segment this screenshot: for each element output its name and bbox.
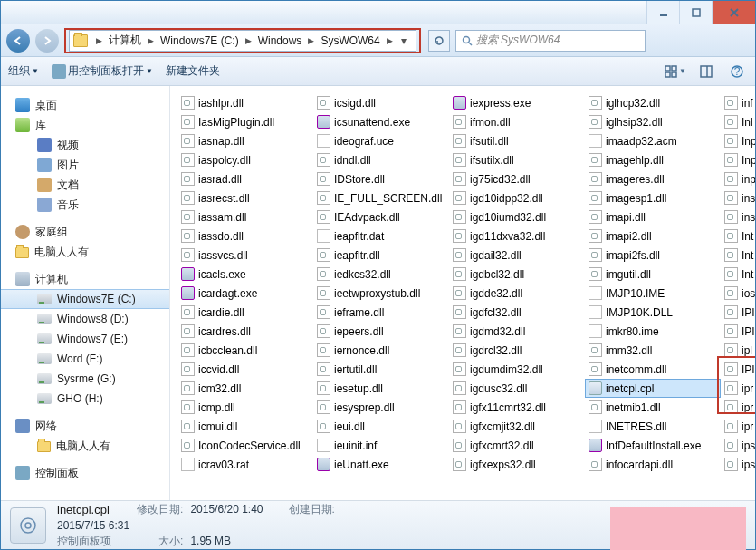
tree-item[interactable]: 视频	[1, 135, 169, 155]
file-item[interactable]: imagehlp.dll	[585, 150, 721, 169]
file-item[interactable]: iassdo.dll	[177, 227, 313, 246]
file-item[interactable]: inetcomm.dll	[585, 360, 721, 379]
file-item[interactable]: iernonce.dll	[313, 341, 449, 360]
tree-item[interactable]: 计算机	[1, 269, 169, 289]
file-item[interactable]: imageres.dll	[585, 169, 721, 188]
tree-item[interactable]: GHO (H:)	[1, 389, 169, 409]
file-item[interactable]: icmui.dll	[177, 417, 313, 436]
file-item[interactable]: iasnap.dll	[177, 131, 313, 150]
file-item[interactable]: ios	[721, 284, 755, 303]
help-button[interactable]: ?	[726, 62, 748, 82]
file-item[interactable]: icardagt.exe	[177, 284, 313, 303]
file-item[interactable]: IPI	[721, 322, 755, 341]
tree-item[interactable]: Windows8 (D:)	[1, 309, 169, 329]
file-item[interactable]: Inp	[721, 131, 755, 150]
tree-item[interactable]: 网络	[1, 416, 169, 436]
file-list[interactable]: iashlpr.dllicsigd.dlliexpress.exeiglhcp3…	[170, 86, 755, 500]
file-item[interactable]: imagesp1.dll	[585, 188, 721, 207]
file-item[interactable]: ieapfltr.dat	[313, 227, 449, 246]
file-item[interactable]: icardres.dll	[177, 322, 313, 341]
chevron-icon[interactable]: ▶	[93, 36, 105, 45]
file-item[interactable]: infocardapi.dll	[585, 455, 721, 474]
file-item[interactable]: icrav03.rat	[177, 455, 313, 474]
file-item[interactable]: icardie.dll	[177, 303, 313, 322]
tree-item[interactable]: 图片	[1, 155, 169, 175]
file-item[interactable]: igd11dxva32.dll	[449, 227, 585, 246]
navigation-pane[interactable]: 桌面库视频图片文档音乐家庭组电脑人人有计算机Windows7E (C:)Wind…	[1, 86, 170, 500]
organize-menu[interactable]: 组织 ▼	[8, 63, 39, 79]
forward-button[interactable]	[35, 29, 59, 53]
file-item[interactable]: iccvid.dll	[177, 360, 313, 379]
file-item[interactable]: inetmib1.dll	[585, 398, 721, 417]
file-item[interactable]: idndl.dll	[313, 150, 449, 169]
file-item[interactable]: igfxcmjit32.dll	[449, 417, 585, 436]
file-item[interactable]: imaadp32.acm	[585, 131, 721, 150]
file-item[interactable]: igdail32.dll	[449, 246, 585, 265]
file-item[interactable]: inf	[721, 93, 755, 112]
breadcrumb-syswow64[interactable]: SysWOW64	[317, 34, 383, 47]
file-item[interactable]: Inl	[721, 112, 755, 131]
file-item[interactable]: icbcclean.dll	[177, 341, 313, 360]
file-item[interactable]: iassam.dll	[177, 207, 313, 227]
file-item[interactable]: iglhcp32.dll	[585, 93, 721, 112]
tree-item[interactable]: 控制面板	[1, 463, 169, 483]
file-item[interactable]: ins	[721, 207, 755, 227]
file-item[interactable]: igdrcl32.dll	[449, 341, 585, 360]
file-item[interactable]: ieetwproxystub.dll	[313, 284, 449, 303]
file-item[interactable]: igdde32.dll	[449, 284, 585, 303]
breadcrumb-windows[interactable]: Windows	[254, 34, 306, 47]
file-item[interactable]: imapi2.dll	[585, 227, 721, 246]
tree-item[interactable]: 文档	[1, 175, 169, 195]
file-item[interactable]: imapi2fs.dll	[585, 246, 721, 265]
file-item[interactable]: IDStore.dll	[313, 169, 449, 188]
open-with-cp-button[interactable]: 用控制面板打开 ▼	[52, 63, 153, 79]
file-item[interactable]: iasrecst.dll	[177, 188, 313, 207]
view-options-button[interactable]: ▼	[665, 62, 686, 82]
file-item[interactable]: IconCodecService.dll	[177, 436, 313, 455]
file-item[interactable]: ips	[721, 455, 755, 474]
chevron-icon[interactable]: ▶	[243, 36, 254, 45]
file-item[interactable]: iasrad.dll	[177, 169, 313, 188]
file-item[interactable]: iesetup.dll	[313, 379, 449, 398]
chevron-icon[interactable]: ▶	[384, 36, 396, 45]
tree-item[interactable]: Word (F:)	[1, 349, 169, 369]
file-item[interactable]: inetcpl.cpl	[585, 379, 721, 398]
tree-item[interactable]: Sysrme (G:)	[1, 369, 169, 389]
file-item[interactable]: INETRES.dll	[585, 417, 721, 436]
file-item[interactable]: imgutil.dll	[585, 265, 721, 284]
file-item[interactable]: IMJP10K.DLL	[585, 303, 721, 322]
file-item[interactable]: ieapfltr.dll	[313, 246, 449, 265]
file-item[interactable]: IasMigPlugin.dll	[177, 112, 313, 131]
file-item[interactable]: iglhsip32.dll	[585, 112, 721, 131]
file-item[interactable]: iaspolcy.dll	[177, 150, 313, 169]
file-item[interactable]: InfDefaultInstall.exe	[585, 436, 721, 455]
chevron-icon[interactable]: ▶	[145, 36, 157, 45]
file-item[interactable]: igdumdim32.dll	[449, 360, 585, 379]
file-item[interactable]: ideograf.uce	[313, 131, 449, 150]
file-item[interactable]: ipr	[721, 379, 755, 398]
file-item[interactable]: ips	[721, 436, 755, 455]
refresh-button[interactable]	[428, 30, 450, 52]
file-item[interactable]: igdfcl32.dll	[449, 303, 585, 322]
file-item[interactable]: igdusc32.dll	[449, 379, 585, 398]
chevron-icon[interactable]: ▶	[305, 36, 317, 45]
file-item[interactable]: IMJP10.IME	[585, 284, 721, 303]
address-box[interactable]: ▶ 计算机 ▶ Windows7E (C:) ▶ Windows ▶ SysWO…	[69, 30, 416, 52]
file-item[interactable]: ifmon.dll	[449, 112, 585, 131]
file-item[interactable]: icm32.dll	[177, 379, 313, 398]
file-item[interactable]: ifsutil.dll	[449, 131, 585, 150]
file-item[interactable]: icacls.exe	[177, 265, 313, 284]
maximize-button[interactable]	[679, 1, 712, 24]
breadcrumb-drive[interactable]: Windows7E (C:)	[157, 34, 243, 47]
file-item[interactable]: Int	[721, 265, 755, 284]
file-item[interactable]: IPI	[721, 303, 755, 322]
file-item[interactable]: ifsutilx.dll	[449, 150, 585, 169]
file-item[interactable]: iertutil.dll	[313, 360, 449, 379]
file-item[interactable]: igfx11cmrt32.dll	[449, 398, 585, 417]
file-item[interactable]: imapi.dll	[585, 207, 721, 227]
back-button[interactable]	[6, 29, 30, 53]
file-item[interactable]: Int	[721, 246, 755, 265]
file-item[interactable]: iedkcs32.dll	[313, 265, 449, 284]
file-item[interactable]: icsigd.dll	[313, 93, 449, 112]
tree-item[interactable]: Windows7 (E:)	[1, 329, 169, 349]
